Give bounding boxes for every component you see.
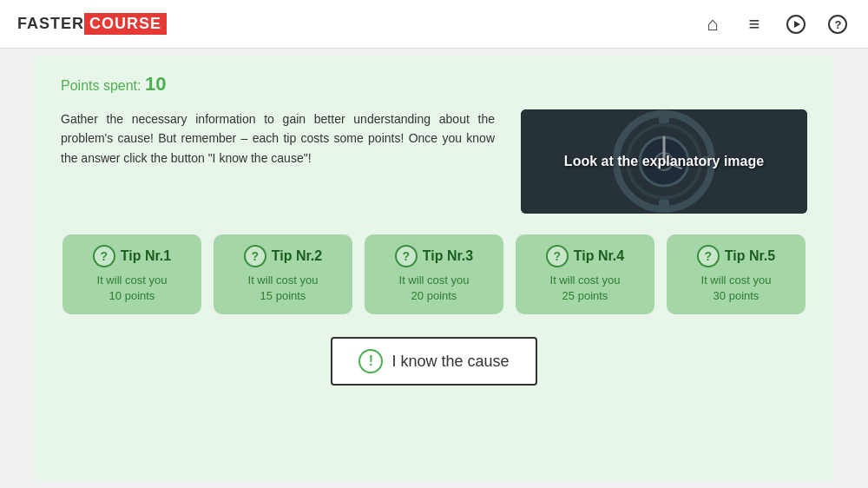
tip-card-1[interactable]: ? Tip Nr.1 It will cost you 10 points: [62, 234, 201, 314]
header-icons: ⌂ ≡ ?: [700, 11, 851, 37]
home-icon[interactable]: ⌂: [700, 11, 726, 37]
menu-icon[interactable]: ≡: [741, 11, 767, 37]
tip-1-header: ? Tip Nr.1: [93, 245, 171, 267]
tip-card-5[interactable]: ? Tip Nr.5 It will cost you 30 points: [667, 234, 806, 314]
tip-2-header: ? Tip Nr.2: [244, 245, 322, 267]
tip-1-title: Tip Nr.1: [121, 248, 171, 264]
description-text: Gather the necessary information to gain…: [61, 109, 495, 214]
logo: FASTER COURSE: [17, 13, 167, 35]
points-spent-label: Points spent: 10: [61, 78, 166, 93]
image-label: Look at the explanatory image: [564, 154, 764, 169]
tip-4-body: It will cost you 25 points: [550, 273, 621, 304]
tip-1-body: It will cost you 10 points: [97, 273, 168, 304]
logo-faster: FASTER: [17, 15, 84, 33]
tip-card-3[interactable]: ? Tip Nr.3 It will cost you 20 points: [365, 234, 503, 314]
tip-5-title: Tip Nr.5: [725, 248, 775, 264]
tip-3-body: It will cost you 20 points: [399, 273, 470, 304]
tip-4-header: ? Tip Nr.4: [546, 245, 624, 267]
content-row: Gather the necessary information to gain…: [61, 109, 807, 214]
tip-3-icon: ?: [395, 245, 418, 267]
logo-course: COURSE: [84, 13, 167, 35]
points-row: Points spent: 10: [61, 73, 807, 96]
svg-text:?: ?: [835, 18, 842, 31]
tip-4-icon: ?: [546, 245, 569, 267]
know-cause-label: I know the cause: [391, 353, 509, 371]
svg-marker-1: [794, 21, 800, 28]
play-icon[interactable]: [783, 11, 809, 37]
tip-5-icon: ?: [697, 245, 720, 267]
tip-5-header: ? Tip Nr.5: [697, 245, 775, 267]
explanatory-image-box[interactable]: Look at the explanatory image: [521, 109, 807, 214]
help-icon[interactable]: ?: [825, 11, 851, 37]
know-cause-button[interactable]: ! I know the cause: [331, 337, 536, 386]
main-content: Points spent: 10 Gather the necessary in…: [35, 56, 833, 481]
tip-2-body: It will cost you 15 points: [248, 273, 319, 304]
points-value: 10: [145, 73, 166, 95]
tips-row: ? Tip Nr.1 It will cost you 10 points ? …: [61, 234, 807, 314]
tip-card-2[interactable]: ? Tip Nr.2 It will cost you 15 points: [214, 234, 352, 314]
tip-5-body: It will cost you 30 points: [701, 273, 772, 304]
tip-1-icon: ?: [93, 245, 115, 267]
tip-4-title: Tip Nr.4: [574, 248, 624, 264]
cause-icon: !: [358, 349, 383, 373]
know-cause-row: ! I know the cause: [61, 337, 807, 386]
tip-3-header: ? Tip Nr.3: [395, 245, 473, 267]
points-label-text: Points spent:: [61, 78, 141, 93]
tip-2-title: Tip Nr.2: [272, 248, 322, 264]
tip-3-title: Tip Nr.3: [423, 248, 473, 264]
header: FASTER COURSE ⌂ ≡ ?: [0, 0, 868, 49]
tip-card-4[interactable]: ? Tip Nr.4 It will cost you 25 points: [516, 234, 654, 314]
tip-2-icon: ?: [244, 245, 266, 267]
